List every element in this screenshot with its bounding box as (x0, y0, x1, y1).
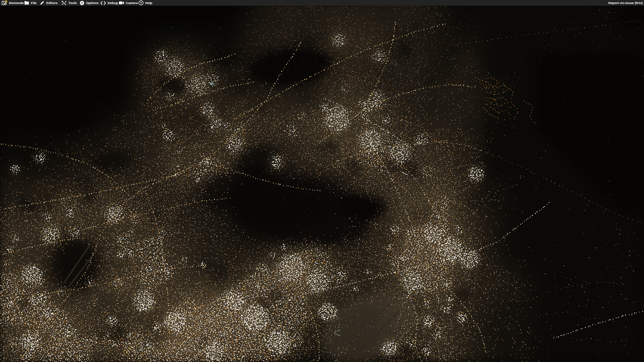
svg-text:?: ? (140, 1, 142, 5)
